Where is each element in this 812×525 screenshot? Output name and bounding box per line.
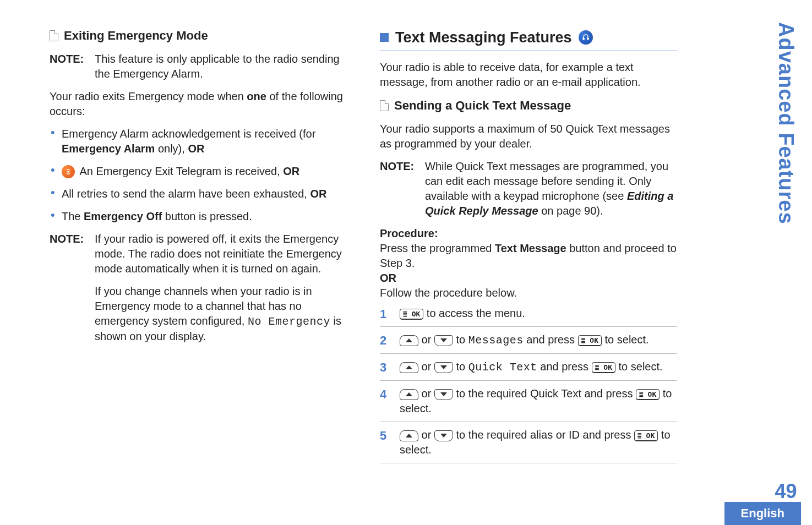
manual-page: Exiting Emergency Mode NOTE: This featur… <box>0 0 812 525</box>
text: to <box>453 360 468 373</box>
list-item: The Emergency Off button is pressed. <box>50 209 352 224</box>
ok-key-icon: ≣ OK <box>636 389 660 400</box>
sub-intro-paragraph: Your radio supports a maximum of 50 Quic… <box>380 122 677 151</box>
ok-key-icon: ≣ OK <box>400 309 423 320</box>
intro-paragraph: Your radio exits Emergency mode when one… <box>50 89 352 119</box>
section-heading-text: Text Messaging Features <box>395 28 572 47</box>
up-key-icon <box>400 389 418 400</box>
text: to access the menu. <box>423 307 525 319</box>
text: to the required alias or ID and press <box>453 429 634 441</box>
note-block-2: NOTE: If your radio is powered off, it e… <box>50 232 352 352</box>
procedure-steps: ≣ OK to access the menu. or to Messages … <box>380 304 677 463</box>
or-divider: OR <box>380 271 677 286</box>
text: An Emergency Exit Telegram is received, <box>77 165 283 177</box>
step-item: or to Messages and press ≣ OK to select. <box>380 327 677 354</box>
heading-text: Sending a Quick Text Message <box>394 97 571 114</box>
procedure-intro: Press the programmed Text Message button… <box>380 241 677 271</box>
list-item: All retries to send the alarm have been … <box>50 187 352 201</box>
text: All retries to send the alarm have been … <box>62 188 310 200</box>
up-key-icon <box>400 430 418 441</box>
antenna-icon <box>62 165 75 178</box>
section-heading-text-messaging: Text Messaging Features <box>380 28 677 51</box>
page-number: 49 <box>775 480 797 503</box>
text: to select. <box>602 333 649 346</box>
text: The <box>62 210 84 222</box>
text-bold: Text Message <box>495 242 566 254</box>
text: or <box>418 333 434 346</box>
down-key-icon <box>434 389 453 400</box>
text: or <box>418 360 434 373</box>
side-tab: Advanced Features 49 <box>771 22 801 508</box>
text-or: OR <box>283 165 299 177</box>
note-block-1: NOTE: This feature is only applicable to… <box>50 52 352 81</box>
text: Emergency Alarm acknowledgement is recei… <box>62 128 315 140</box>
intro-paragraph: Your radio is able to receive data, for … <box>380 60 677 90</box>
text: to select. <box>615 360 663 373</box>
text: and press <box>524 333 578 346</box>
text: or <box>418 387 434 400</box>
note-paragraph: If you change channels when your radio i… <box>95 284 352 344</box>
text: and press <box>537 360 592 373</box>
text: Your radio exits Emergency mode when <box>50 90 247 102</box>
text-bold: Emergency Off <box>84 210 162 222</box>
heading-text: Exiting Emergency Mode <box>64 28 208 44</box>
up-key-icon <box>400 362 418 373</box>
text: or <box>418 429 434 441</box>
display-text-mono: No Emergency <box>248 315 330 328</box>
down-key-icon <box>434 430 453 441</box>
language-tag: English <box>724 502 801 525</box>
page-icon <box>50 30 58 41</box>
step-item: ≣ OK to access the menu. <box>380 304 677 327</box>
subsection-heading-sending: Sending a Quick Text Message <box>380 97 677 114</box>
note-paragraph: If your radio is powered off, it exits t… <box>95 232 352 276</box>
procedure-label: Procedure: <box>380 226 677 241</box>
text: on page 90). <box>538 205 603 217</box>
down-key-icon <box>434 335 453 346</box>
ok-key-icon: ≣ OK <box>578 335 602 346</box>
left-column: Exiting Emergency Mode NOTE: This featur… <box>50 28 366 525</box>
text: Press the programmed <box>380 242 495 254</box>
bullet-list: Emergency Alarm acknowledgement is recei… <box>50 127 352 224</box>
text: only), <box>155 143 188 155</box>
svg-rect-2 <box>587 38 588 40</box>
up-key-icon <box>400 335 418 346</box>
note-label: NOTE: <box>50 52 95 81</box>
text: button is pressed. <box>162 210 252 222</box>
section-tab-label: Advanced Features <box>774 22 798 225</box>
menu-text-mono: Messages <box>468 334 524 347</box>
svg-rect-1 <box>583 38 584 40</box>
ok-key-icon: ≣ OK <box>592 362 615 373</box>
note-label: NOTE: <box>50 232 95 352</box>
text-or: OR <box>310 188 326 200</box>
note-label: NOTE: <box>380 159 425 218</box>
subsection-heading-exiting: Exiting Emergency Mode <box>50 28 352 44</box>
text-bold: Emergency Alarm <box>62 143 155 155</box>
down-key-icon <box>434 362 453 373</box>
step-item: or to Quick Text and press ≣ OK to selec… <box>380 354 677 381</box>
list-item: An Emergency Exit Telegram is received, … <box>50 164 352 179</box>
text: to the required Quick Text and press <box>453 387 636 400</box>
step-item: or to the required alias or ID and press… <box>380 422 677 463</box>
text-bold: one <box>247 90 266 102</box>
menu-text-mono: Quick Text <box>468 361 537 374</box>
text-or: OR <box>188 143 204 155</box>
svg-point-0 <box>67 171 69 173</box>
note-body: If your radio is powered off, it exits t… <box>95 232 352 352</box>
note-body: While Quick Text messages are programmed… <box>425 159 677 218</box>
right-column: Text Messaging Features Your radio is ab… <box>366 28 683 525</box>
step-item: or to the required Quick Text and press … <box>380 381 677 422</box>
headset-icon <box>579 30 593 45</box>
square-bullet-icon <box>380 33 389 42</box>
ok-key-icon: ≣ OK <box>634 430 658 441</box>
page-icon <box>380 100 389 111</box>
list-item: Emergency Alarm acknowledgement is recei… <box>50 127 352 156</box>
procedure-follow: Follow the procedure below. <box>380 286 677 300</box>
note-block-3: NOTE: While Quick Text messages are prog… <box>380 159 677 218</box>
note-body: This feature is only applicable to the r… <box>95 52 352 81</box>
text: to <box>453 333 468 346</box>
